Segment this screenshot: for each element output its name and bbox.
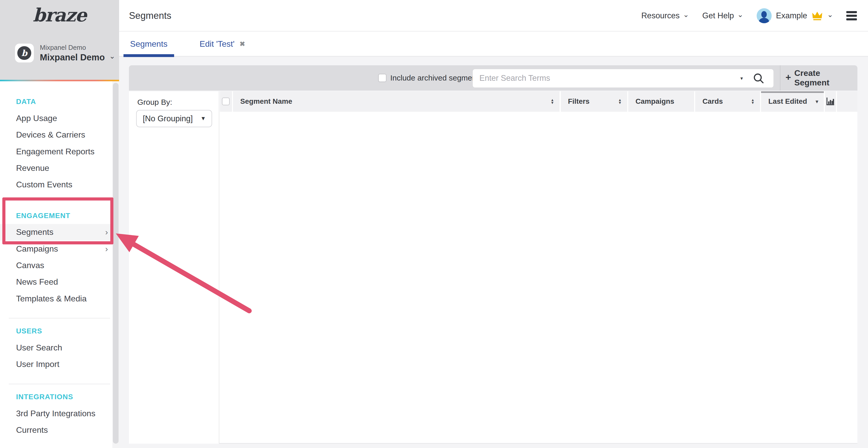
sort-icon: ▲▼ [618, 99, 622, 104]
column-label: Campaigns [636, 97, 689, 106]
sidebar-divider [9, 318, 110, 318]
sidebar: braze b Mixpanel Demo Mixpanel Demo ⌄ DA… [0, 0, 119, 448]
column-header-segment-name[interactable]: Segment Name ▲▼ [233, 91, 560, 112]
column-header-cards[interactable]: Cards ▲▼ [695, 91, 760, 112]
search-input[interactable] [473, 69, 727, 88]
column-header-analytics[interactable] [825, 91, 836, 112]
create-segment-label: Create Segment [795, 68, 858, 88]
create-segment-button[interactable]: + Create Segment [785, 65, 858, 91]
toolbar-divider [780, 65, 780, 91]
chevron-down-icon: ⌄ [737, 11, 743, 18]
tab-segments[interactable]: Segments [127, 32, 171, 56]
sidebar-item-canvas[interactable]: Canvas [0, 257, 119, 274]
column-label: Last Edited [768, 97, 815, 106]
page-title: Segments [129, 0, 171, 32]
tab-bar: Segments Edit 'Test' ✖ [0, 32, 868, 56]
sidebar-item-3rd-party-integrations[interactable]: 3rd Party Integrations [0, 405, 119, 422]
braze-dashboard: Segments Resources ⌄ Get Help ⌄ Example … [0, 0, 868, 448]
section-heading-data: DATA [0, 94, 119, 110]
section-heading-users: USERS [0, 323, 119, 339]
sidebar-item-devices-carriers[interactable]: Devices & Carriers [0, 127, 119, 143]
sidebar-item-revenue[interactable]: Revenue [0, 160, 119, 176]
chevron-down-icon: ⌄ [827, 11, 833, 18]
sidebar-item-currents[interactable]: Currents [0, 422, 119, 439]
resources-label: Resources [641, 11, 679, 21]
search-box: ▾ [473, 69, 773, 88]
tab-label: Edit 'Test' [199, 39, 234, 49]
resources-menu[interactable]: Resources ⌄ [641, 11, 689, 21]
sort-icon: ▲▼ [551, 99, 554, 104]
sidebar-item-app-usage[interactable]: App Usage [0, 110, 119, 127]
user-name: Example [776, 11, 807, 21]
tab-label: Segments [130, 39, 168, 49]
column-label: Segment Name [240, 97, 551, 106]
sidebar-item-custom-events[interactable]: Custom Events [0, 176, 119, 193]
group-by-value: [No Grouping] [143, 114, 193, 123]
sidebar-item-user-import[interactable]: User Import [0, 356, 119, 373]
column-header-last-edited[interactable]: Last Edited ▾ [761, 91, 824, 112]
get-help-label: Get Help [703, 11, 734, 21]
sidebar-item-campaigns[interactable]: Campaigns › [0, 241, 119, 257]
column-header-spacer [837, 91, 858, 112]
search-dropdown-caret-icon[interactable]: ▾ [740, 69, 743, 88]
select-all-cell [220, 91, 232, 112]
sidebar-scrollbar-thumb[interactable] [113, 83, 118, 443]
section-heading-integrations: INTEGRATIONS [0, 389, 119, 405]
get-help-menu[interactable]: Get Help ⌄ [703, 11, 743, 21]
tab-edit-test[interactable]: Edit 'Test' ✖ [196, 32, 249, 56]
group-by-dropdown[interactable]: [No Grouping] ▼ [136, 110, 212, 127]
workspace-app-name: Mixpanel Demo [40, 44, 115, 51]
workspace-avatar: b [15, 44, 34, 63]
plus-icon: + [785, 73, 791, 82]
braze-logo: braze [0, 4, 119, 26]
top-nav-right: Resources ⌄ Get Help ⌄ Example ⌄ [641, 0, 857, 32]
hamburger-menu-icon[interactable] [846, 11, 857, 20]
dropdown-caret-icon: ▼ [200, 115, 206, 122]
sort-desc-icon: ▾ [815, 99, 818, 105]
workspace-name: Mixpanel Demo [40, 53, 104, 63]
user-menu[interactable]: Example ⌄ [757, 8, 833, 23]
column-header-filters[interactable]: Filters ▲▼ [561, 91, 627, 112]
search-icon[interactable] [753, 72, 765, 84]
sidebar-item-segments[interactable]: Segments › [0, 224, 119, 241]
sidebar-item-templates-media[interactable]: Templates & Media [0, 290, 119, 307]
chevron-right-icon: › [105, 227, 108, 237]
include-archived-checkbox[interactable] [378, 74, 386, 82]
column-header-campaigns[interactable]: Campaigns [628, 91, 694, 112]
workspace-selector[interactable]: b Mixpanel Demo Mixpanel Demo ⌄ [15, 44, 115, 63]
sort-icon: ▲▼ [751, 99, 754, 104]
sidebar-item-engagement-reports[interactable]: Engagement Reports [0, 143, 119, 160]
group-by-label: Group By: [137, 98, 172, 107]
select-all-checkbox[interactable] [222, 98, 230, 105]
close-icon[interactable]: ✖ [240, 40, 245, 48]
segments-toolbar: Include archived segments ▾ + Create Seg… [129, 65, 858, 91]
sidebar-divider [9, 384, 110, 384]
segments-table: Segment Name ▲▼ Filters ▲▼ Campaigns Car… [219, 91, 858, 444]
user-avatar-icon [757, 8, 772, 23]
column-label: Filters [568, 97, 618, 106]
section-heading-engagement: ENGAGEMENT [0, 207, 119, 224]
group-by-panel: Group By: [No Grouping] ▼ [129, 91, 219, 444]
chevron-down-icon: ⌄ [109, 53, 115, 60]
top-nav-bar: Segments Resources ⌄ Get Help ⌄ Example … [0, 0, 868, 32]
include-archived-label: Include archived segments [390, 74, 483, 82]
include-archived-control: Include archived segments [378, 65, 483, 91]
sidebar-item-news-feed[interactable]: News Feed [0, 274, 119, 290]
crown-icon [812, 11, 823, 21]
chevron-down-icon: ⌄ [683, 11, 689, 18]
sidebar-header: braze b Mixpanel Demo Mixpanel Demo ⌄ [0, 0, 119, 81]
sidebar-item-user-search[interactable]: User Search [0, 339, 119, 356]
table-header-row: Segment Name ▲▼ Filters ▲▼ Campaigns Car… [220, 91, 858, 112]
chevron-right-icon: › [105, 244, 108, 254]
bar-chart-icon [827, 98, 834, 105]
sidebar-nav: DATA App Usage Devices & Carriers Engage… [0, 81, 119, 439]
column-label: Cards [703, 97, 751, 106]
